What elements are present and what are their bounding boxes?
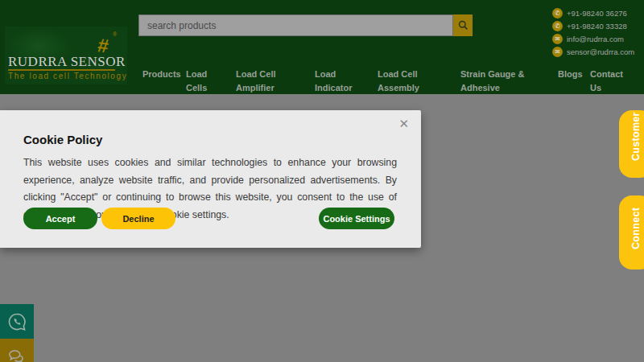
email-icon: ✉ <box>552 34 563 44</box>
logo-underline <box>8 69 115 71</box>
logo-tagline: The load cell Technology <box>8 72 127 80</box>
page: # ® RUDRRA SENSOR The load cell Technolo… <box>0 0 644 362</box>
email-link[interactable]: ✉ sensor@rudrra.com <box>552 45 634 58</box>
phone-link[interactable]: ✆ +91-98240 33328 <box>552 19 634 32</box>
accept-button[interactable]: Accept <box>23 208 97 229</box>
chat-bubbles-icon <box>6 346 27 362</box>
search-input[interactable] <box>138 14 453 36</box>
search-bar <box>138 14 473 36</box>
cookie-modal-title: Cookie Policy <box>23 133 102 146</box>
logo-title: RUDRRA SENSOR <box>8 54 126 70</box>
phone-icon: ✆ <box>552 8 563 19</box>
registered-mark: ® <box>113 31 117 37</box>
nav-item-strain-gauge-adhesive[interactable]: Strain Gauge & Adhesive <box>460 68 538 95</box>
nav-item-load-indicator[interactable]: Load Indicator <box>315 68 361 95</box>
close-icon[interactable]: ✕ <box>395 115 412 133</box>
phone-icon: ✆ <box>552 21 563 31</box>
connect-side-tab[interactable]: Connect <box>619 195 644 269</box>
whatsapp-icon <box>6 311 27 332</box>
site-header: # ® RUDRRA SENSOR The load cell Technolo… <box>0 0 644 94</box>
search-button[interactable] <box>453 14 473 36</box>
nav-item-load-cell-assembly[interactable]: Load Cell Assembly <box>378 68 429 95</box>
nav-item-products[interactable]: Products <box>142 68 191 81</box>
email-address: sensor@rudrra.com <box>567 47 634 56</box>
phone-number: +91-98240 33328 <box>567 22 627 31</box>
cookie-settings-button[interactable]: Cookie Settings <box>319 208 394 229</box>
phone-link[interactable]: ✆ +91-98240 36276 <box>552 6 634 19</box>
email-icon: ✉ <box>552 47 563 57</box>
live-chat-button[interactable] <box>0 339 34 362</box>
phone-number: +91-98240 36276 <box>567 9 627 18</box>
email-link[interactable]: ✉ info@rudrra.com <box>552 32 634 45</box>
email-address: info@rudrra.com <box>567 35 624 43</box>
cookie-policy-modal: ✕ Cookie Policy This website uses cookie… <box>0 110 421 248</box>
connect-tab-label: Connect <box>630 216 642 249</box>
search-icon <box>458 20 469 31</box>
nav-item-contact-us[interactable]: Contact Us <box>590 68 630 95</box>
decline-button[interactable]: Decline <box>101 208 175 229</box>
nav-item-load-cells[interactable]: Load Cells <box>186 68 218 95</box>
customer-tab-label: Customer <box>630 127 642 161</box>
customer-side-tab[interactable]: Customer <box>619 110 644 178</box>
contact-links: ✆ +91-98240 36276 ✆ +91-98240 33328 ✉ in… <box>552 6 634 58</box>
nav-item-blogs[interactable]: Blogs <box>558 68 590 81</box>
whatsapp-button[interactable] <box>0 304 34 339</box>
nav-item-load-cell-amplifier[interactable]: Load Cell Amplifier <box>236 68 287 95</box>
site-logo[interactable]: # ® RUDRRA SENSOR The load cell Technolo… <box>5 27 127 84</box>
